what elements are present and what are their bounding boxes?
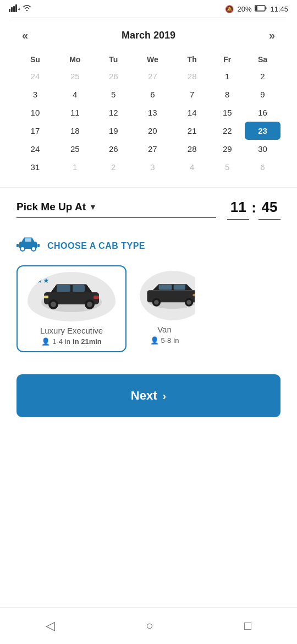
calendar-day[interactable]: 31 [16,158,54,176]
recent-nav-button[interactable]: □ [233,615,262,636]
bottom-nav: ◁ ○ □ [0,607,297,644]
calendar-month-year: March 2019 [122,30,175,41]
mute-icon: 🔕 [225,5,234,13]
calendar-day[interactable]: 28 [174,140,210,158]
svg-rect-17 [73,285,85,292]
next-btn-wrapper: Next › [0,358,297,428]
calendar-day[interactable]: 3 [16,85,54,103]
battery-text: 20% [237,5,251,13]
outside-day: 2 [96,158,131,176]
time-hour[interactable]: 11 [227,199,249,220]
cab-card-luxury[interactable]: ★★ Luxury Executive 👤 1- [16,265,127,352]
cab-capacity-luxury: 1-4 [52,337,63,346]
svg-point-9 [20,247,25,251]
calendar-day[interactable]: 7 [174,85,210,103]
calendar-day[interactable]: 12 [96,103,131,122]
outside-day: 1 [54,158,96,176]
cab-capacity-van: 5-8 [161,336,172,345]
calendar-day[interactable]: 8 [210,85,245,103]
pickup-label: Pick Me Up At [16,201,86,213]
calendar-day[interactable]: 10 [16,103,54,122]
svg-rect-16 [57,285,70,292]
calendar-week-row: 242526272812 [16,67,280,85]
status-right: 🔕 20% 11:45 [225,5,288,13]
outside-day: 28 [174,67,210,85]
cab-img-luxury: ★★ [28,272,116,321]
svg-rect-27 [174,285,185,290]
svg-rect-13 [25,238,31,242]
next-button[interactable]: Next › [16,374,280,417]
calendar-day[interactable]: 21 [174,122,210,140]
svg-rect-11 [16,244,19,247]
calendar-week-row: 17181920212223 [16,122,280,140]
calendar-day[interactable]: 27 [131,140,174,158]
calendar-day[interactable]: 4 [54,85,96,103]
calendar-day[interactable]: 2 [245,67,280,85]
prev-month-button[interactable]: « [16,27,34,44]
time-display-picker[interactable]: 11 : 45 [227,199,280,220]
outside-day: 25 [54,67,96,85]
svg-point-21 [87,302,92,307]
selected-date[interactable]: 23 [245,122,280,140]
calendar-day[interactable]: 22 [210,122,245,140]
calendar-day[interactable]: 11 [54,103,96,122]
calendar-day[interactable]: 13 [131,103,174,122]
calendar-day[interactable]: 6 [131,85,174,103]
cab-info-van: 👤 5-8 in [140,336,189,345]
weekday-header: Mo [54,52,96,67]
person-icon-luxury: 👤 [41,337,50,346]
outside-day: 3 [131,158,174,176]
calendar-day[interactable]: 29 [210,140,245,158]
pickup-row: Pick Me Up At ▼ 11 : 45 [16,199,280,220]
pickup-label-wrapper[interactable]: Pick Me Up At ▼ [16,201,216,218]
calendar-day[interactable]: 14 [174,103,210,122]
svg-rect-26 [159,285,172,290]
calendar-day[interactable]: 19 [96,122,131,140]
calendar-day[interactable]: 5 [96,85,131,103]
calendar-header: « March 2019 » [16,27,280,44]
calendar-day[interactable]: 15 [210,103,245,122]
calendar-body: 2425262728123456789101112131415161718192… [16,67,280,176]
calendar-day[interactable]: 17 [16,122,54,140]
calendar-day[interactable]: 30 [245,140,280,158]
outside-day: 5 [210,158,245,176]
calendar-day[interactable]: 9 [245,85,280,103]
calendar-week-row: 10111213141516 [16,103,280,122]
svg-rect-32 [193,294,195,296]
svg-point-19 [51,302,56,307]
cab-name-van: Van [140,325,189,334]
cab-section: CHOOSE A CAB TYPE ★★ [0,225,297,358]
calendar: « March 2019 » SuMoTuWeThFrSa 2425262728… [0,18,297,182]
cab-card-van[interactable]: Van 👤 5-8 in [134,265,195,352]
svg-rect-22 [94,296,99,299]
back-nav-button[interactable]: ◁ [35,615,66,636]
svg-point-29 [154,300,158,304]
svg-rect-12 [37,244,40,247]
calendar-day[interactable]: 18 [54,122,96,140]
time-minute[interactable]: 45 [258,199,280,220]
next-month-button[interactable]: » [263,27,280,44]
weekday-header: Th [174,52,210,67]
outside-day: 27 [131,67,174,85]
calendar-week-row: 24252627282930 [16,140,280,158]
calendar-day[interactable]: 24 [16,140,54,158]
battery-icon [255,5,267,13]
calendar-day[interactable]: 20 [131,122,174,140]
status-bar: 4G 🔕 20% 11:45 [0,0,297,18]
svg-rect-2 [13,6,15,12]
calendar-day[interactable]: 25 [54,140,96,158]
calendar-week-row: 3456789 [16,85,280,103]
calendar-day[interactable]: 26 [96,140,131,158]
cab-eta-prefix-luxury: in [65,337,70,346]
cab-cards: ★★ Luxury Executive 👤 1- [16,265,280,352]
calendar-day[interactable]: 16 [245,103,280,122]
calendar-day[interactable]: 1 [210,67,245,85]
svg-rect-0 [9,9,10,12]
svg-rect-1 [11,7,13,12]
outside-day: 6 [245,158,280,176]
weekday-header: Fr [210,52,245,67]
home-nav-button[interactable]: ○ [135,615,164,636]
cab-img-van [140,271,195,320]
time-display: 11:45 [270,5,288,13]
dropdown-arrow-icon: ▼ [89,203,97,211]
